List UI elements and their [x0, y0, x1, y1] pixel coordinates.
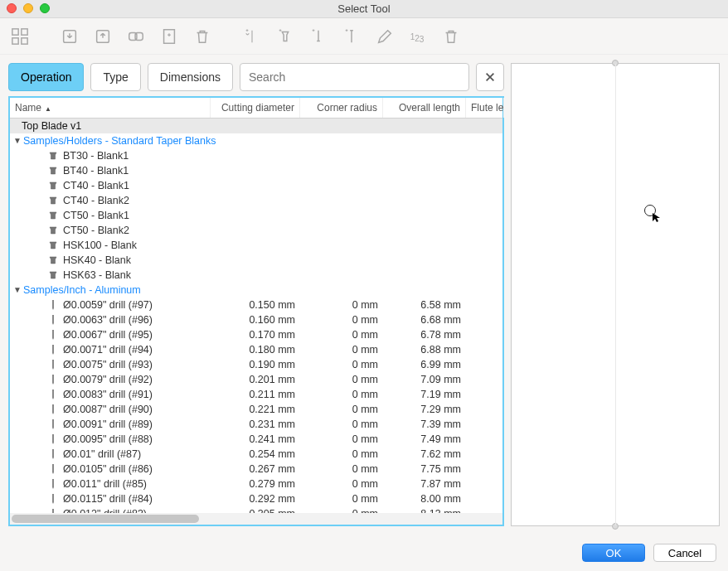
link-icon[interactable]	[124, 25, 148, 48]
holder-icon	[48, 255, 58, 265]
col-name[interactable]: Name	[10, 98, 211, 118]
drill-overall: 6.68 mm	[383, 312, 466, 327]
holder-icon	[48, 166, 58, 176]
col-overall-length[interactable]: Overall length	[383, 98, 466, 118]
holder-row[interactable]: CT50 - Blank1	[10, 208, 502, 223]
drill-row[interactable]: Ø0.0115" drill (#84) 0.292 mm 0 mm 8.00 …	[10, 491, 502, 506]
holder-row[interactable]: HSK63 - Blank	[10, 268, 502, 283]
holder-icon	[48, 225, 58, 235]
drill-overall: 7.49 mm	[383, 432, 466, 447]
drill-row[interactable]: Ø0.0095" drill (#88) 0.241 mm 0 mm 7.49 …	[10, 432, 502, 447]
number-icon[interactable]: 123	[406, 25, 430, 48]
tab-dimensions[interactable]: Dimensions	[148, 63, 233, 91]
add-tool1-icon[interactable]	[240, 25, 264, 48]
drill-row[interactable]: Ø0.0087" drill (#90) 0.221 mm 0 mm 7.29 …	[10, 402, 502, 417]
drill-corner: 0 mm	[300, 447, 383, 462]
drill-row[interactable]: Ø0.0091" drill (#89) 0.231 mm 0 mm 7.39 …	[10, 417, 502, 432]
export-icon[interactable]	[91, 25, 114, 48]
drill-row[interactable]: Ø0.011" drill (#85) 0.279 mm 0 mm 7.87 m…	[10, 477, 502, 491]
holder-row[interactable]: HSK40 - Blank	[10, 253, 502, 268]
category-row[interactable]: ▼ Samples/Holders - Standard Taper Blank…	[10, 133, 502, 148]
drill-row[interactable]: Ø0.0079" drill (#92) 0.201 mm 0 mm 7.09 …	[10, 372, 502, 387]
zoom-icon[interactable]	[40, 3, 50, 13]
add-tool2-icon[interactable]	[307, 25, 330, 48]
holder-name: BT30 - Blank1	[63, 148, 129, 163]
tab-type[interactable]: Type	[90, 63, 140, 91]
drill-row[interactable]: Ø0.012" drill (#83) 0.305 mm 0 mm 8.13 m…	[10, 506, 502, 513]
drill-corner: 0 mm	[300, 402, 383, 417]
edit-icon[interactable]	[373, 25, 396, 48]
drill-corner: 0 mm	[300, 506, 383, 513]
group-row[interactable]: Top Blade v1	[10, 119, 502, 133]
holder-row[interactable]: CT40 - Blank1	[10, 178, 502, 193]
drill-icon	[48, 345, 58, 355]
drill-cut: 0.267 mm	[211, 462, 300, 477]
drill-corner: 0 mm	[300, 372, 383, 387]
drill-cut: 0.292 mm	[211, 491, 300, 506]
drill-icon	[48, 464, 58, 474]
holder-row[interactable]: BT30 - Blank1	[10, 148, 502, 163]
svg-rect-25	[52, 494, 54, 502]
drill-icon	[48, 404, 58, 414]
trash-icon[interactable]	[191, 25, 214, 48]
holder-row[interactable]: HSK100 - Blank	[10, 238, 502, 253]
drill-corner: 0 mm	[300, 387, 383, 402]
add-holder-icon[interactable]	[274, 25, 297, 48]
drill-row[interactable]: Ø0.01" drill (#87) 0.254 mm 0 mm 7.62 mm	[10, 447, 502, 462]
col-cutting-diameter[interactable]: Cutting diameter	[211, 98, 300, 118]
close-icon[interactable]	[7, 3, 17, 13]
col-flute-length[interactable]: Flute le	[466, 98, 504, 118]
window-title: Select Tool	[337, 2, 390, 15]
col-corner-radius[interactable]: Corner radius	[300, 98, 383, 118]
search-input[interactable]	[240, 63, 469, 91]
holder-name: BT40 - Blank1	[63, 163, 129, 178]
drill-icon	[48, 434, 58, 444]
drill-name: Ø0.012" drill (#83)	[63, 506, 147, 513]
drill-row[interactable]: Ø0.0063" drill (#96) 0.160 mm 0 mm 6.68 …	[10, 312, 502, 327]
minimize-icon[interactable]	[23, 3, 33, 13]
drill-row[interactable]: Ø0.0071" drill (#94) 0.180 mm 0 mm 6.88 …	[10, 342, 502, 357]
add-tool3-icon[interactable]	[340, 25, 363, 48]
cancel-button[interactable]: Cancel	[653, 544, 716, 562]
svg-rect-21	[52, 434, 54, 443]
drill-overall: 6.78 mm	[383, 327, 466, 342]
svg-rect-15	[52, 345, 54, 353]
svg-rect-3	[22, 37, 27, 43]
drill-overall: 7.19 mm	[383, 387, 466, 402]
drill-cut: 0.190 mm	[211, 357, 300, 372]
drill-row[interactable]: Ø0.0059" drill (#97) 0.150 mm 0 mm 6.58 …	[10, 298, 502, 312]
holder-name: CT40 - Blank1	[63, 178, 129, 193]
drill-name: Ø0.0067" drill (#95)	[63, 327, 153, 342]
tab-operation[interactable]: Operation	[8, 63, 84, 91]
grid-icon[interactable]	[8, 25, 32, 48]
drill-row[interactable]: Ø0.0083" drill (#91) 0.211 mm 0 mm 7.19 …	[10, 387, 502, 402]
category-row[interactable]: ▼ Samples/Inch - Aluminum	[10, 283, 502, 298]
trash2-icon[interactable]	[439, 25, 463, 48]
svg-rect-12	[52, 300, 54, 308]
drill-name: Ø0.0071" drill (#94)	[63, 342, 153, 357]
holder-row[interactable]: CT40 - Blank2	[10, 193, 502, 208]
svg-rect-18	[52, 390, 54, 398]
holder-name: CT40 - Blank2	[63, 193, 129, 208]
drill-icon	[48, 449, 58, 459]
svg-rect-23	[52, 464, 54, 472]
drill-row[interactable]: Ø0.0075" drill (#93) 0.190 mm 0 mm 6.99 …	[10, 357, 502, 372]
drill-overall: 6.88 mm	[383, 342, 466, 357]
drill-cut: 0.150 mm	[211, 298, 300, 312]
holder-row[interactable]: CT50 - Blank2	[10, 223, 502, 238]
drill-row[interactable]: Ø0.0105" drill (#86) 0.267 mm 0 mm 7.75 …	[10, 462, 502, 477]
svg-rect-2	[12, 37, 18, 43]
import-icon[interactable]	[58, 25, 81, 48]
drill-corner: 0 mm	[300, 327, 383, 342]
ok-button[interactable]: OK	[582, 544, 645, 562]
horizontal-scrollbar[interactable]	[10, 513, 502, 525]
drill-corner: 0 mm	[300, 298, 383, 312]
clear-search-button[interactable]	[476, 63, 504, 91]
drill-cut: 0.180 mm	[211, 342, 300, 357]
drill-name: Ø0.0079" drill (#92)	[63, 372, 153, 387]
holder-row[interactable]: BT40 - Blank1	[10, 163, 502, 178]
new-page-icon[interactable]	[158, 25, 181, 48]
drill-row[interactable]: Ø0.0067" drill (#95) 0.170 mm 0 mm 6.78 …	[10, 327, 502, 342]
drill-name: Ø0.01" drill (#87)	[63, 447, 141, 462]
drill-corner: 0 mm	[300, 342, 383, 357]
